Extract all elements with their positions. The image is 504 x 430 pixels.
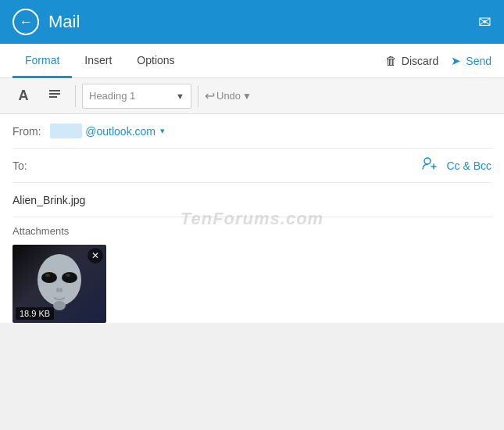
app-title: Mail: [48, 12, 80, 32]
back-button[interactable]: ←: [13, 9, 39, 35]
trash-icon: 🗑: [385, 54, 397, 67]
paragraph-icon: [47, 87, 63, 106]
font-icon: A: [19, 88, 29, 104]
toolbar: A Heading 1 ▼ ↩ Undo ▼: [0, 78, 504, 114]
attachments-label: Attachments: [13, 217, 491, 242]
back-icon: ←: [19, 14, 33, 30]
to-row: To: Cc & Bcc: [13, 149, 491, 183]
tab-bar-left: Format Insert Options: [13, 44, 188, 77]
cc-bcc-button[interactable]: Cc & Bcc: [446, 159, 491, 172]
from-email-domain: @outlook.com: [85, 125, 155, 138]
toolbar-divider: [75, 85, 76, 107]
font-button[interactable]: A: [9, 82, 38, 110]
add-people-icon[interactable]: [421, 156, 437, 175]
discard-button[interactable]: 🗑 Discard: [385, 54, 438, 67]
svg-point-10: [66, 274, 70, 277]
from-dropdown-icon[interactable]: ▾: [160, 126, 165, 136]
undo-icon: ↩: [205, 88, 215, 103]
subject-row: Alien_Brink.jpg: [13, 183, 491, 217]
heading-value: Heading 1: [89, 90, 135, 102]
from-label: From:: [13, 125, 50, 138]
toolbar-divider-2: [198, 85, 198, 107]
mail-icon: ✉: [478, 13, 491, 31]
heading-dropdown-icon: ▼: [176, 91, 184, 101]
compose-fields: From: @outlook.com ▾ To:: [0, 114, 504, 323]
alien-image-svg: [32, 253, 87, 315]
to-value[interactable]: [50, 159, 421, 172]
from-row: From: @outlook.com ▾: [13, 114, 491, 149]
tab-options[interactable]: Options: [124, 44, 187, 78]
from-value: @outlook.com ▾: [50, 124, 165, 138]
attachment-size: 18.9 KB: [16, 307, 54, 320]
svg-point-13: [53, 301, 66, 310]
tab-format[interactable]: Format: [13, 44, 72, 78]
attachment-close-button[interactable]: ✕: [88, 248, 103, 263]
tab-bar: Format Insert Options 🗑 Discard ➤ Send: [0, 44, 504, 78]
undo-group[interactable]: ↩ Undo ▼: [205, 88, 252, 103]
svg-point-7: [41, 272, 57, 283]
svg-point-11: [56, 288, 59, 292]
svg-point-9: [45, 274, 50, 277]
paragraph-button[interactable]: [41, 82, 69, 110]
tab-insert[interactable]: Insert: [72, 44, 124, 78]
compose-area: From: @outlook.com ▾ To:: [0, 114, 504, 323]
to-label: To:: [13, 159, 50, 172]
attachment-thumbnail: ✕ 18.9 KB: [13, 245, 106, 323]
svg-point-3: [424, 158, 431, 164]
to-row-right: Cc & Bcc: [421, 156, 491, 175]
to-input[interactable]: [50, 159, 421, 172]
heading-select[interactable]: Heading 1 ▼: [82, 84, 191, 109]
subject-text: Alien_Brink.jpg: [13, 194, 85, 206]
send-icon: ➤: [451, 54, 461, 68]
svg-point-8: [62, 272, 77, 283]
top-bar-left: ← Mail: [13, 9, 80, 35]
svg-point-12: [59, 288, 63, 292]
send-button[interactable]: ➤ Send: [451, 54, 491, 68]
undo-label: Undo: [216, 90, 241, 102]
tab-bar-right: 🗑 Discard ➤ Send: [385, 44, 491, 77]
undo-dropdown-icon: ▼: [242, 91, 252, 102]
top-bar: ← Mail ✉: [0, 0, 504, 44]
from-email-pill: [50, 124, 82, 138]
